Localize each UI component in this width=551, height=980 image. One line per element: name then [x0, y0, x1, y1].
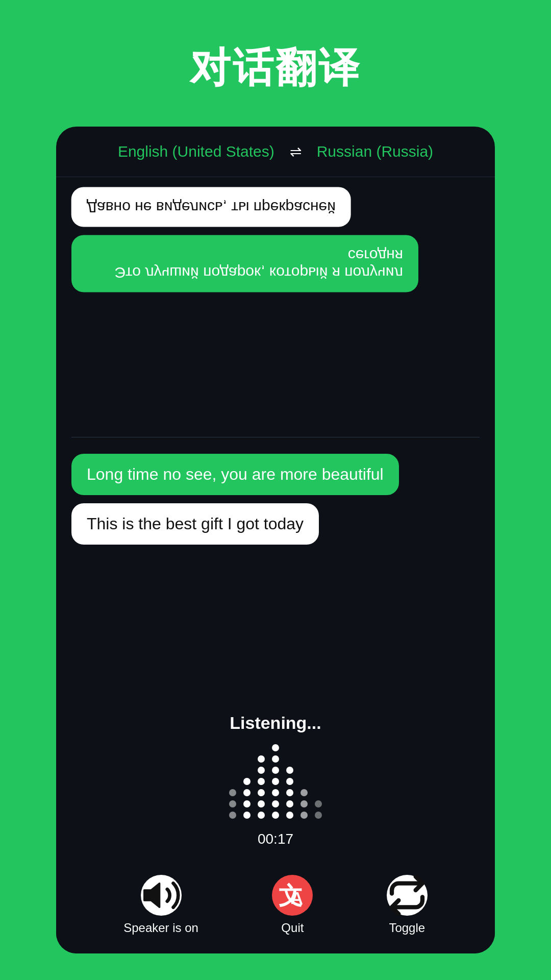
bottom-section: Long time no see, you are more beautiful…: [71, 446, 480, 695]
dot-col-6: [300, 789, 308, 819]
speaker-button[interactable]: [141, 875, 182, 916]
dot-col-5: [286, 767, 293, 819]
message-flipped-2: Давно не виделись, ты прекрасней: [71, 187, 351, 227]
top-section: Это лучший подарок, который я получил се…: [71, 187, 480, 429]
message-flipped-1: Это лучший подарок, который я получил се…: [71, 235, 418, 292]
language-bar: English (United States) ⇌ Russian (Russi…: [56, 127, 495, 177]
toggle-icon: [387, 875, 428, 916]
chat-area: Это лучший подарок, который я получил се…: [56, 177, 495, 863]
quit-icon: 文 A: [272, 875, 313, 916]
dot-col-4: [272, 744, 279, 819]
message-normal-1: Long time no see, you are more beautiful: [71, 454, 399, 495]
dot-col-2: [243, 778, 251, 819]
toggle-control[interactable]: Toggle: [387, 875, 428, 935]
toggle-label: Toggle: [389, 921, 425, 935]
speaker-icon: [141, 875, 182, 916]
dot-col-7: [315, 800, 322, 819]
waveform: [229, 742, 322, 824]
message-normal-2: This is the best gift I got today: [71, 503, 319, 545]
listening-area: Listening...: [71, 703, 480, 852]
speaker-label: Speaker is on: [123, 921, 198, 935]
bottom-controls: Speaker is on 文 A Quit Toggl: [56, 863, 495, 953]
language-left[interactable]: English (United States): [118, 143, 274, 160]
quit-control[interactable]: 文 A Quit: [272, 875, 313, 935]
speaker-control[interactable]: Speaker is on: [123, 875, 198, 935]
section-divider: [71, 437, 480, 437]
swap-icon[interactable]: ⇌: [290, 143, 302, 160]
dot-col-1: [229, 789, 236, 819]
main-card: English (United States) ⇌ Russian (Russi…: [56, 127, 495, 953]
listening-label: Listening...: [230, 713, 321, 733]
svg-text:A: A: [291, 889, 303, 908]
language-right[interactable]: Russian (Russia): [317, 143, 433, 160]
quit-button[interactable]: 文 A: [272, 875, 313, 916]
dot-col-3: [258, 755, 265, 819]
page-title: 对话翻译: [190, 41, 361, 96]
toggle-button[interactable]: [387, 875, 428, 916]
quit-label: Quit: [281, 921, 304, 935]
timer: 00:17: [258, 831, 293, 847]
